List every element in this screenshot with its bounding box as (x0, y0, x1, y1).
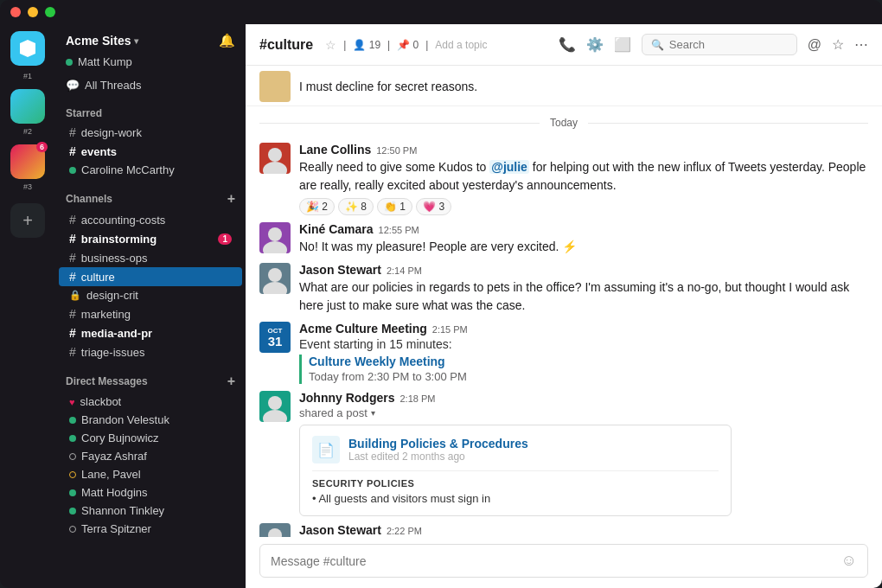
star-header-icon[interactable]: ☆ (832, 36, 844, 53)
post-card-title[interactable]: Building Policies & Procedures (348, 437, 528, 451)
sidebar-item-media-and-pr[interactable]: # media-and-pr (59, 323, 242, 342)
away-dot (69, 471, 76, 478)
bell-icon[interactable]: 🔔 (219, 33, 235, 48)
sidebar-item-marketing[interactable]: # marketing (59, 304, 242, 323)
sidebar-item-design-work[interactable]: # design-work (59, 123, 242, 142)
dm-fayaz[interactable]: Fayaz Ashraf (59, 447, 242, 465)
event-author: Acme Culture Meeting (299, 322, 427, 336)
message-content: Lane Collins 12:50 PM Really need to giv… (299, 143, 868, 215)
message-content: Johnny Rodgers 2:18 PM shared a post ▾ 📄 (299, 391, 868, 516)
message-lane: Lane Collins 12:50 PM Really need to giv… (246, 139, 882, 219)
channel-header: #culture ☆ | 👤 19 | 📌 0 | Add a topic 📞 … (246, 24, 882, 66)
dm-lane-pavel[interactable]: Lane, Pavel (59, 465, 242, 483)
at-icon[interactable]: @ (808, 37, 821, 53)
sidebar-item-triage-issues[interactable]: # triage-issues (59, 342, 242, 361)
message-time: 12:50 PM (376, 145, 417, 156)
add-workspace-button[interactable]: + (10, 203, 45, 238)
minimize-button[interactable] (28, 7, 38, 17)
reaction-sparkle[interactable]: ✨ 8 (338, 198, 374, 215)
add-channel-icon[interactable]: + (227, 191, 235, 207)
post-section-title: SECURITY POLICIES (312, 478, 719, 489)
search-icon: 🔍 (651, 39, 664, 51)
message-text: No! It was my pleasure! People are very … (299, 238, 868, 256)
more-icon[interactable]: ⋯ (854, 36, 868, 53)
starred-section-header[interactable]: Starred (55, 95, 246, 123)
message-input[interactable] (271, 554, 834, 568)
sidebar-item-caroline[interactable]: Caroline McCarthy (59, 161, 242, 179)
star-icon[interactable]: ☆ (325, 38, 336, 52)
sidebar-item-accounting-costs[interactable]: # accounting-costs (59, 210, 242, 229)
workspace-2[interactable] (10, 89, 45, 124)
shared-post-label: shared a post ▾ (299, 406, 868, 419)
workspace-acme[interactable] (10, 31, 45, 66)
workspace-name[interactable]: Acme Sites ▾ (66, 34, 138, 48)
reaction-party[interactable]: 🎉 2 (299, 198, 335, 215)
mention[interactable]: @julie (489, 160, 529, 174)
layout-icon[interactable]: ⬜ (614, 36, 631, 53)
emoji-button[interactable]: ☺ (841, 552, 857, 570)
post-card-subtitle: Last edited 2 months ago (348, 451, 528, 463)
dm-terra[interactable]: Terra Spitzner (59, 520, 242, 538)
user-status: Matt Kump (55, 54, 246, 75)
online-dot (69, 489, 76, 496)
user-online-dot (66, 59, 73, 66)
message-time: 12:55 PM (379, 225, 419, 235)
svg-point-4 (268, 268, 282, 282)
all-threads-link[interactable]: 💬 All Threads (55, 75, 246, 95)
event-title-link[interactable]: Culture Weekly Meeting (309, 355, 868, 368)
reaction-clap[interactable]: 👏 1 (377, 198, 412, 215)
member-count: 👤 19 (353, 39, 380, 51)
sidebar-item-business-ops[interactable]: # business-ops (59, 248, 242, 267)
message-header: Jason Stewart 2:22 PM (299, 523, 868, 537)
message-author[interactable]: Kiné Camara (299, 222, 374, 236)
channels-section-header[interactable]: Channels + (55, 179, 246, 210)
phone-icon[interactable]: 📞 (559, 36, 576, 53)
message-author[interactable]: Johnny Rodgers (299, 391, 394, 405)
add-dm-icon[interactable]: + (227, 374, 235, 389)
message-author[interactable]: Jason Stewart (299, 523, 381, 537)
separator: | (343, 39, 346, 51)
dropdown-arrow-icon[interactable]: ▾ (371, 408, 375, 418)
gear-icon[interactable]: ⚙️ (586, 36, 604, 53)
dm-section-header[interactable]: Direct Messages + (55, 361, 246, 393)
message-time: 2:14 PM (387, 265, 422, 276)
message-time: 2:22 PM (387, 526, 422, 536)
dm-cory[interactable]: Cory Bujnowicz (59, 429, 242, 447)
avatar (259, 143, 291, 174)
sidebar-item-design-crit[interactable]: 🔒 design-crit (59, 286, 242, 304)
event-when: Today from 2:30 PM to 3:00 PM (309, 370, 467, 383)
maximize-button[interactable] (45, 7, 55, 17)
dm-matt-hodgins[interactable]: Matt Hodgins (59, 483, 242, 502)
message-header: Lane Collins 12:50 PM (299, 143, 868, 157)
online-dot (69, 435, 76, 442)
sidebar-item-brainstorming[interactable]: # brainstorming 1 (59, 229, 242, 248)
message-content: Jason Stewart 2:14 PM What are our polic… (299, 263, 868, 315)
search-box[interactable]: 🔍 (642, 34, 797, 55)
svg-point-1 (263, 162, 287, 174)
svg-point-6 (268, 396, 282, 410)
message-kine: Kiné Camara 12:55 PM No! It was my pleas… (246, 219, 882, 259)
close-button[interactable] (10, 7, 21, 17)
event-description: Event starting in 15 minutes: (299, 337, 868, 351)
workspace-3[interactable]: 6 (10, 144, 45, 179)
ws3-badge: 6 (36, 142, 48, 152)
message-text: Really need to give some Kudos to @julie… (299, 158, 868, 195)
titlebar (0, 0, 882, 24)
sidebar-item-culture[interactable]: # culture (59, 267, 242, 286)
message-author[interactable]: Jason Stewart (299, 263, 381, 277)
add-topic-link[interactable]: Add a topic (435, 39, 487, 51)
message-author[interactable]: Lane Collins (299, 143, 371, 157)
event-details: Culture Weekly Meeting Today from 2:30 P… (299, 355, 868, 384)
messages-area: I must decline for secret reasons. Today… (246, 66, 882, 537)
dm-slackbot[interactable]: ♥ slackbot (59, 393, 242, 411)
online-dot (69, 417, 76, 424)
reaction-heart[interactable]: 💗 3 (416, 198, 451, 215)
search-input[interactable] (669, 38, 788, 51)
decline-message: I must decline for secret reasons. (246, 66, 882, 106)
svg-point-5 (263, 282, 287, 294)
dm-brandon[interactable]: Brandon Velestuk (59, 411, 242, 429)
dm-shannon[interactable]: Shannon Tinkley (59, 502, 242, 520)
post-divider (312, 470, 719, 471)
post-card[interactable]: 📄 Building Policies & Procedures Last ed… (299, 425, 732, 516)
sidebar-item-events[interactable]: # events (59, 142, 242, 161)
